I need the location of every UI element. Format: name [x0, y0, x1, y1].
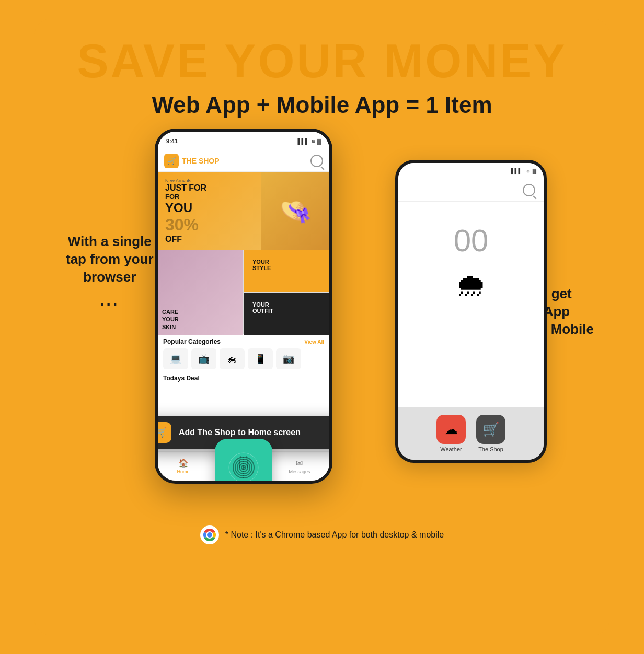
app-logo: 🛒 THE SHOP [164, 154, 220, 168]
chrome-icon [200, 525, 219, 544]
svg-point-4 [207, 532, 212, 538]
cat-tv[interactable]: 📺 [191, 348, 216, 369]
svg-point-1 [243, 466, 245, 469]
cat-outfit-label: YOUROUTFIT [248, 297, 278, 318]
weather-icon-label: Weather [440, 446, 462, 452]
pop-cats-header: Popular Categories View All [163, 338, 324, 345]
banner-pct: 30% [165, 215, 322, 235]
banner-off: OFF [165, 235, 322, 244]
weather-content: 00 🌧 [398, 202, 544, 324]
cat-laptop[interactable]: 💻 [163, 348, 188, 369]
category-icons-row: 💻 📺 🏍 📱 📷 [163, 348, 324, 369]
todays-deal: Todays Deal [158, 371, 329, 385]
cat-outfit: YOUROUTFIT [244, 293, 329, 335]
front-search-icon[interactable] [310, 155, 323, 167]
phone-front: 9:41 ▌▌▌ ≋ ▓ 🛒 THE SHOP [155, 129, 332, 484]
home-icon: 🏠 [178, 458, 189, 468]
logo-cart-icon: 🛒 [164, 154, 179, 168]
weather-icon-box: ☁ [436, 415, 466, 444]
main-headline: Web App + Mobile App = 1 Item [152, 92, 492, 118]
nav-messages-label: Messages [289, 469, 310, 474]
note-text: * Note : It's a Chrome based App for bot… [225, 530, 444, 540]
category-grid: CAREYOURSKIN YOURSTYLE YOUROUTFIT [158, 250, 329, 334]
cat-style: YOURSTYLE [244, 250, 329, 292]
phones-area: With a single tap from your browser ... … [34, 129, 610, 505]
shop-icon-box: 🛒 [476, 415, 505, 444]
main-container: SAVE YOUR MONEY Web App + Mobile App = 1… [34, 19, 610, 635]
cat-phone[interactable]: 📱 [248, 348, 273, 369]
left-text-line2: tap from your [66, 251, 154, 268]
nav-home-label: Home [177, 469, 190, 474]
pwa-install-text: Add The Shop to Home screen [179, 428, 332, 437]
cat-bike[interactable]: 🏍 [220, 348, 245, 369]
logo-the: THE [182, 157, 199, 165]
note-bar: * Note : It's a Chrome based App for bot… [200, 525, 444, 544]
banner-new: New Arrivals [165, 178, 322, 183]
back-search-icon[interactable] [523, 184, 535, 196]
home-icons-row: ☁ Weather 🛒 The Shop [398, 407, 544, 460]
weather-cloud-icon: 🌧 [455, 267, 487, 303]
fingerprint-button[interactable] [215, 439, 272, 484]
dots: ... [66, 290, 154, 310]
back-battery-icon: ▓ [533, 168, 536, 174]
logo-text: THE SHOP [182, 157, 220, 165]
bg-headline: SAVE YOUR MONEY [34, 34, 610, 88]
front-status-bar: 9:41 ▌▌▌ ≋ ▓ [158, 132, 329, 150]
wifi-icon: ≋ [311, 138, 315, 144]
nav-home[interactable]: 🏠 Home [177, 458, 190, 474]
front-icons: ▌▌▌ ≋ ▓ [297, 138, 321, 144]
signal-icon: ▌▌▌ [297, 138, 308, 144]
back-signal-icon: ▌▌▌ [511, 168, 522, 174]
front-time: 9:41 [166, 138, 178, 144]
messages-icon: ✉ [296, 458, 303, 468]
front-banner: New Arrivals JUST FOR FOR YOU 30% OFF 👒 [158, 172, 329, 250]
view-all-link[interactable]: View All [304, 339, 324, 345]
back-app-header [398, 179, 544, 202]
back-status-bar: ▌▌▌ ≋ ▓ [398, 163, 544, 179]
cat-skincare-label: CAREYOURSKIN [162, 308, 179, 331]
logo-shop: SHOP [199, 157, 220, 165]
fingerprint-icon [228, 452, 259, 483]
left-text-line1: With a single [66, 233, 154, 251]
cat-skincare: CAREYOURSKIN [158, 250, 243, 335]
banner-text: New Arrivals JUST FOR FOR YOU 30% OFF [158, 173, 329, 249]
banner-just: JUST FOR [165, 183, 322, 193]
popular-categories: Popular Categories View All 💻 📺 🏍 📱 📷 [158, 334, 329, 371]
weather-temp: 00 [454, 223, 489, 259]
pop-cats-title: Popular Categories [163, 338, 221, 345]
phone-back: ▌▌▌ ≋ ▓ 00 🌧 ☁ Weather 🛒 The Shop [395, 160, 547, 463]
left-text-line3: browser [66, 268, 154, 286]
cat-camera[interactable]: 📷 [276, 348, 301, 369]
front-app-header: 🛒 THE SHOP [158, 150, 329, 172]
cat-style-label: YOURSTYLE [248, 254, 275, 275]
shop-app-icon[interactable]: 🛒 The Shop [476, 415, 505, 452]
weather-app-icon[interactable]: ☁ Weather [436, 415, 466, 452]
pwa-icon: 🛒 [155, 422, 171, 443]
battery-icon: ▓ [317, 138, 321, 144]
shop-icon-label: The Shop [478, 446, 503, 452]
nav-messages[interactable]: ✉ Messages [289, 458, 310, 474]
back-wifi-icon: ≋ [525, 168, 530, 174]
left-description: With a single tap from your browser ... [66, 233, 154, 310]
banner-for: FOR [165, 193, 322, 201]
banner-you: YOU [165, 201, 322, 215]
